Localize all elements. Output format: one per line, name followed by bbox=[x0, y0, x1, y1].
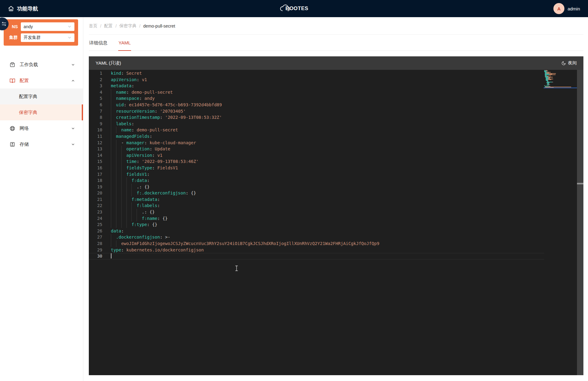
config-icon bbox=[9, 77, 15, 84]
indent-guide bbox=[116, 140, 121, 146]
chevron-up-icon bbox=[71, 79, 75, 83]
code-token: - bbox=[121, 140, 126, 145]
code-token: v1 bbox=[157, 153, 163, 158]
code-line: 18f:data: bbox=[89, 177, 583, 184]
code-line: 12- manager: kube-cloud-manager bbox=[89, 140, 583, 146]
code-token: demo-pull-secret bbox=[137, 127, 178, 132]
sidebar-item-config[interactable]: 配置 bbox=[0, 73, 83, 89]
breadcrumb-item[interactable]: 保密字典 bbox=[119, 23, 137, 29]
indent-guide bbox=[121, 196, 126, 203]
code-token: : bbox=[139, 184, 145, 189]
breadcrumb-item[interactable]: 配置 bbox=[104, 23, 113, 29]
indent-guide bbox=[111, 202, 116, 209]
code-token: f:.dockerconfigjson bbox=[137, 190, 186, 195]
select-value: 开发集群 bbox=[24, 35, 41, 40]
topbar: 功能导航 BOOTES A admin bbox=[0, 0, 588, 17]
code-token: : bbox=[137, 77, 142, 82]
code-token: operation bbox=[126, 146, 150, 151]
code-token: data bbox=[111, 228, 121, 233]
indent-guide bbox=[121, 177, 126, 184]
indent-guide bbox=[111, 190, 116, 196]
code-token: : bbox=[126, 90, 132, 95]
indent-guide bbox=[126, 202, 132, 209]
network-icon bbox=[9, 125, 15, 131]
indent-guide bbox=[121, 221, 126, 228]
code-area[interactable]: 1kind: Secret2apiVersion: v13metadata:4n… bbox=[89, 70, 583, 375]
code-token: f:metadata bbox=[131, 197, 157, 202]
code-token: apiVersion bbox=[111, 77, 137, 82]
code-token: andy bbox=[145, 96, 155, 101]
code-token: : bbox=[137, 159, 142, 164]
indent-guide bbox=[131, 202, 137, 209]
code-lines: 1kind: Secret2apiVersion: v13metadata:4n… bbox=[89, 70, 583, 259]
editor-scrollbar[interactable] bbox=[577, 70, 583, 375]
sidebar-subitem-secret[interactable]: 保密字典 bbox=[0, 104, 83, 120]
code-token: ec1d457e-5d76-475c-b693-7392d4bbfd89 bbox=[129, 102, 222, 107]
breadcrumb-item[interactable]: 首页 bbox=[89, 23, 97, 29]
line-number: 30 bbox=[89, 253, 102, 259]
code-line: 5namespace: andy bbox=[89, 95, 583, 102]
chevron-down-icon bbox=[71, 126, 75, 130]
layout: NSandy集群开发集群 工作负载配置配置字典保密字典网络存储 首页/配置/保密… bbox=[0, 17, 588, 381]
code-token: : bbox=[160, 235, 165, 240]
code-token: uid bbox=[116, 102, 124, 107]
sidebar-item-label: 网络 bbox=[20, 126, 29, 131]
chevron-down-icon bbox=[67, 25, 72, 29]
indent-guide bbox=[116, 158, 121, 165]
code-token: {} bbox=[163, 216, 168, 221]
tab-details[interactable]: 详细信息 bbox=[89, 35, 108, 51]
indent-guide bbox=[116, 165, 121, 171]
code-token: : bbox=[139, 96, 145, 101]
code-token: '20703405' bbox=[160, 109, 186, 114]
line-number: 28 bbox=[89, 240, 102, 247]
indent-guide bbox=[111, 121, 116, 127]
sidebar-item-storage[interactable]: 存储 bbox=[0, 136, 83, 152]
nav-home[interactable]: 功能导航 bbox=[8, 5, 38, 12]
indent-guide bbox=[111, 165, 116, 171]
indent-guide bbox=[121, 171, 126, 178]
code-line: 10name: demo-pull-secret bbox=[89, 127, 583, 133]
line-number: 25 bbox=[89, 221, 102, 228]
sidebar-item-label: 配置 bbox=[20, 78, 29, 84]
main-content: 首页/配置/保密字典/demo-pull-secret 详细信息YAML YAM… bbox=[83, 17, 588, 381]
breadcrumb-separator: / bbox=[115, 24, 117, 28]
code-token: .dockerconfigjson bbox=[116, 235, 160, 240]
breadcrumb-separator: / bbox=[100, 24, 101, 28]
code-line: 29type: kubernetes.io/dockerconfigjson bbox=[89, 247, 583, 253]
line-number: 16 bbox=[89, 165, 102, 171]
code-token: Secret bbox=[126, 71, 142, 76]
theme-toggle-button[interactable]: 夜间 bbox=[561, 60, 577, 66]
indent-guide bbox=[111, 221, 116, 228]
code-line: 4name: demo-pull-secret bbox=[89, 89, 583, 96]
indent-guide bbox=[116, 196, 121, 203]
minimap-segment bbox=[552, 82, 553, 82]
code-line: 15time: '2022-09-13T08:53:46Z' bbox=[89, 158, 583, 165]
line-number: 8 bbox=[89, 114, 102, 121]
indent-guide bbox=[131, 215, 137, 222]
line-number: 11 bbox=[89, 133, 102, 140]
tab-yaml[interactable]: YAML bbox=[118, 35, 131, 51]
cluster-select[interactable]: 开发集群 bbox=[21, 33, 74, 42]
namespace-select[interactable]: andy bbox=[21, 22, 74, 31]
line-number: 12 bbox=[89, 140, 102, 146]
avatar: A bbox=[553, 3, 564, 14]
indent-guide bbox=[111, 158, 116, 165]
sidebar-item-network[interactable]: 网络 bbox=[0, 120, 83, 136]
indent-guide bbox=[116, 171, 121, 178]
sidebar-subitem-configmap[interactable]: 配置字典 bbox=[0, 89, 83, 104]
user-menu[interactable]: A admin bbox=[553, 3, 580, 14]
code-token: resourceVersion bbox=[116, 109, 155, 114]
swap-arrows-icon bbox=[2, 21, 6, 26]
line-number: 6 bbox=[89, 102, 102, 108]
code-token: f:labels bbox=[137, 203, 157, 208]
sidebar-item-label: 存储 bbox=[20, 141, 29, 147]
code-token: . bbox=[137, 184, 139, 189]
indent-guide bbox=[116, 209, 121, 215]
code-line: 7resourceVersion: '20703405' bbox=[89, 108, 583, 115]
code-token: : bbox=[157, 216, 163, 221]
minimap[interactable] bbox=[544, 70, 577, 89]
indent-guide bbox=[121, 202, 126, 209]
sidebar-item-workload[interactable]: 工作负载 bbox=[0, 57, 83, 73]
code-token: managedFields bbox=[116, 134, 150, 139]
code-line: 13operation: Update bbox=[89, 146, 583, 152]
